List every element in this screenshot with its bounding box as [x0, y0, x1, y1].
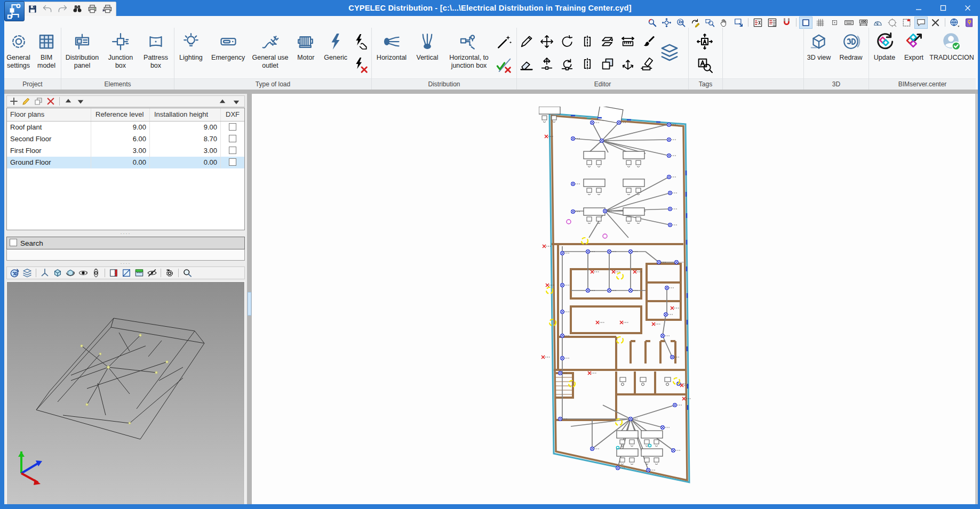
redo-button[interactable]	[57, 4, 68, 14]
snap-point-icon[interactable]	[828, 17, 841, 29]
cube-rotate-icon[interactable]	[65, 268, 76, 278]
zoom-previous-icon[interactable]	[646, 17, 659, 29]
compass-icon[interactable]	[886, 17, 899, 29]
pan-hand-icon[interactable]	[718, 17, 731, 29]
motor-button[interactable]: Motor	[291, 30, 320, 76]
dxf-checkbox[interactable]	[229, 123, 236, 131]
zoom-x2-icon[interactable]	[674, 17, 688, 29]
edit-floor-button[interactable]	[21, 96, 31, 106]
cube-small-icon[interactable]	[52, 268, 63, 278]
eye-off-icon[interactable]	[147, 268, 157, 278]
magic-wand-icon[interactable]	[495, 31, 514, 52]
table-row[interactable]: Second Floor 6.00 8.70	[7, 133, 244, 145]
vertical-button[interactable]: Vertical	[411, 30, 443, 76]
dxf-layers-icon[interactable]	[766, 17, 779, 29]
print-button[interactable]	[87, 4, 98, 14]
magnet-icon[interactable]	[780, 17, 793, 29]
pencil-icon[interactable]	[517, 31, 536, 52]
layers-button[interactable]	[659, 30, 684, 75]
scroll-down-icon[interactable]	[232, 97, 241, 107]
gear-3d-icon[interactable]	[164, 268, 175, 278]
close-button[interactable]	[955, 0, 980, 16]
send-view-icon[interactable]	[732, 17, 745, 29]
magnifier-icon[interactable]	[182, 268, 193, 278]
panel-splitter-handle[interactable]	[248, 292, 251, 316]
zoom-window-icon[interactable]	[703, 17, 716, 29]
zoom-all-icon[interactable]	[660, 17, 673, 29]
orbit-icon[interactable]	[78, 268, 89, 278]
find-button[interactable]	[72, 4, 83, 14]
delete-floor-button[interactable]	[46, 96, 55, 106]
planes-copy-icon[interactable]	[598, 31, 617, 52]
dimension-icon[interactable]	[857, 17, 870, 29]
text-find-icon[interactable]	[695, 54, 714, 76]
section-red-icon[interactable]	[108, 268, 119, 278]
distribution-panel-button[interactable]: Distribution panel	[61, 30, 103, 76]
lighting-button[interactable]: Lighting	[174, 30, 208, 76]
redraw-pencil-icon[interactable]	[689, 17, 702, 29]
tripod-icon[interactable]	[39, 268, 50, 278]
horizontal-button[interactable]: Horizontal	[372, 30, 411, 76]
generic-button[interactable]: Generic	[320, 30, 351, 76]
general-settings-button[interactable]: General settings	[4, 30, 33, 76]
spread-arrows-icon[interactable]	[618, 53, 638, 75]
bolt-x-icon[interactable]	[351, 54, 370, 76]
splitter-handle[interactable]: ····	[4, 261, 247, 265]
ruler-icon[interactable]	[618, 31, 638, 52]
add-floor-button[interactable]	[9, 96, 19, 106]
scroll-up-icon[interactable]	[218, 97, 227, 107]
eraser-icon[interactable]	[517, 53, 536, 75]
table-row[interactable]: Ground Floor 0.00 0.00	[7, 157, 244, 168]
column-dxf[interactable]: DXF	[221, 108, 244, 121]
protractor-icon[interactable]	[871, 17, 885, 29]
column-reference-level[interactable]: Reference level	[91, 108, 150, 121]
section-top-icon[interactable]	[134, 268, 145, 278]
search-input[interactable]	[7, 249, 244, 260]
3d-view-button[interactable]: 3D view	[804, 30, 834, 76]
tooltip-icon[interactable]	[914, 17, 928, 29]
canvas-scroll-edge[interactable]	[975, 94, 978, 504]
frame-icon[interactable]	[799, 17, 812, 29]
horizontal-to-junction-box-button[interactable]: Horizontal, to junction box	[443, 30, 495, 76]
export-button[interactable]: Export	[900, 30, 928, 76]
bolt-hand-icon[interactable]	[351, 31, 370, 52]
print-setup-button[interactable]	[102, 4, 113, 14]
app-logo[interactable]	[4, 1, 25, 21]
model-3d-viewport[interactable]	[6, 281, 245, 509]
bim-model-button[interactable]: BIM model	[33, 30, 60, 76]
floor-plan-drawing[interactable]	[539, 107, 695, 488]
dxf-icon[interactable]	[751, 17, 764, 29]
symmetry-solid-icon[interactable]	[578, 53, 597, 75]
text-move-icon[interactable]	[695, 31, 714, 52]
emergency-button[interactable]: Emergency	[208, 30, 249, 76]
move-icon[interactable]	[537, 31, 556, 52]
help-book-icon[interactable]	[962, 17, 976, 29]
column-floor-plans[interactable]: Floor plans	[7, 108, 91, 121]
splitter-handle[interactable]: ····	[4, 231, 247, 236]
copy-icon[interactable]	[598, 53, 617, 75]
selection-icon[interactable]	[900, 17, 913, 29]
dxf-checkbox[interactable]	[229, 135, 236, 142]
general-use-outlet-button[interactable]: General use outlet	[249, 30, 292, 76]
search-checkbox[interactable]	[10, 239, 17, 246]
section-diagonal-icon[interactable]	[121, 268, 132, 278]
table-row[interactable]: Roof plant 9.00 9.00	[7, 122, 244, 133]
drawing-canvas[interactable]	[252, 94, 975, 504]
dimension-edit-icon[interactable]	[639, 53, 658, 75]
copy-floor-button[interactable]	[34, 96, 43, 106]
junction-box-button[interactable]: Junction box	[103, 30, 138, 76]
maximize-button[interactable]	[931, 0, 955, 16]
undo-button[interactable]	[42, 4, 53, 14]
tools-icon[interactable]	[929, 17, 942, 29]
table-row[interactable]: First Floor 3.00 3.00	[7, 145, 244, 157]
view3d-rotate-icon[interactable]	[9, 268, 20, 278]
redraw-button[interactable]: Redraw	[834, 30, 868, 76]
globe-icon[interactable]	[948, 17, 961, 29]
dxf-checkbox[interactable]	[229, 147, 236, 154]
symmetry-dashed-icon[interactable]	[578, 31, 597, 52]
update-button[interactable]: Update	[869, 30, 900, 76]
dxf-checkbox[interactable]	[229, 158, 236, 166]
column-installation-height[interactable]: Installation height	[150, 108, 221, 121]
grid-icon[interactable]	[814, 17, 827, 29]
brush-icon[interactable]	[639, 31, 658, 52]
